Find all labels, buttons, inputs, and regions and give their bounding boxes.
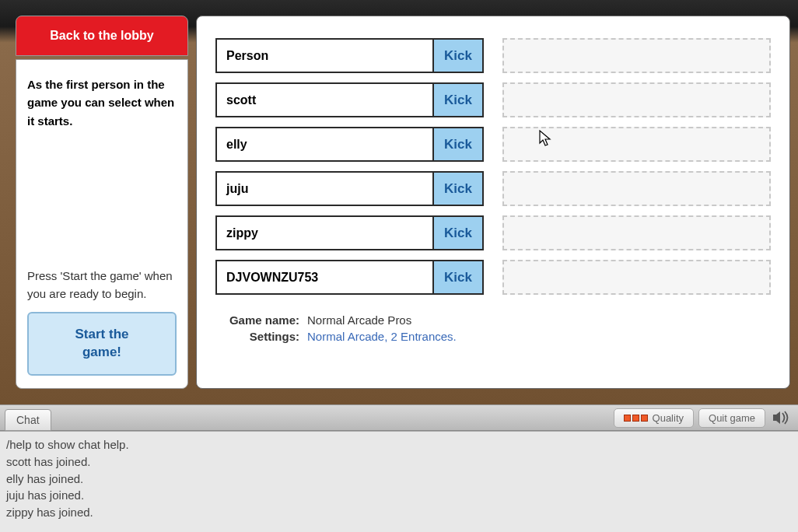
empty-slot: [502, 38, 771, 73]
chat-line: /help to show chat help.: [6, 436, 792, 453]
quality-button[interactable]: Quality: [614, 408, 694, 428]
empty-slot: [502, 260, 771, 295]
empty-slot: [502, 127, 771, 162]
start-game-button[interactable]: Start thegame!: [27, 312, 177, 376]
player-row: ellyKick: [215, 127, 484, 162]
info-panel: As the first person in the game you can …: [16, 59, 188, 389]
chat-tab[interactable]: Chat: [5, 409, 51, 431]
player-row: scottKick: [215, 82, 484, 117]
quality-squares-icon: [624, 415, 648, 422]
empty-slot: [502, 171, 771, 206]
player-name: zippy: [215, 215, 432, 250]
quit-game-button[interactable]: Quit game: [698, 408, 765, 428]
back-to-lobby-button[interactable]: Back to the lobby: [16, 16, 188, 56]
chat-line: scott has joined.: [6, 453, 792, 471]
chat-line: juju has joined.: [6, 487, 792, 504]
chat-line: elly has joined.: [6, 471, 792, 488]
player-row: PersonKick: [215, 38, 484, 73]
main-panel: PersonKickscottKickellyKickjujuKickzippy…: [196, 16, 790, 389]
player-row: zippyKick: [215, 215, 484, 250]
settings-value-link[interactable]: Normal Arcade, 2 Entrances.: [307, 330, 457, 343]
player-name: DJVOWNZU753: [215, 260, 432, 295]
player-row: jujuKick: [215, 171, 484, 206]
game-name-value: Normal Arcade Pros: [307, 313, 411, 327]
info-bottom-text: Press 'Start the game' when you are read…: [27, 267, 177, 376]
player-name: scott: [215, 82, 432, 117]
player-name: Person: [215, 38, 432, 73]
player-name: juju: [215, 171, 432, 206]
kick-button[interactable]: Kick: [432, 171, 484, 206]
chat-line: zippy has joined.: [6, 504, 792, 521]
player-name: elly: [215, 127, 432, 162]
info-top-text: As the first person in the game you can …: [27, 75, 177, 130]
kick-button[interactable]: Kick: [432, 260, 484, 295]
start-game-label: Start thegame!: [75, 327, 129, 359]
kick-button[interactable]: Kick: [432, 127, 484, 162]
game-name-label: Game name:: [222, 313, 307, 327]
chat-log: /help to show chat help.scott has joined…: [0, 431, 798, 532]
game-info: Game name: Normal Arcade Pros Settings: …: [222, 313, 771, 343]
bottom-bar: Chat Quality Quit game: [0, 404, 798, 431]
player-row: DJVOWNZU753Kick: [215, 260, 484, 295]
empty-slot: [502, 215, 771, 250]
kick-button[interactable]: Kick: [432, 82, 484, 117]
kick-button[interactable]: Kick: [432, 215, 484, 250]
empty-slot: [502, 82, 771, 117]
empty-slots: [502, 38, 771, 295]
player-list: PersonKickscottKickellyKickjujuKickzippy…: [215, 38, 484, 295]
quality-label: Quality: [653, 412, 684, 424]
settings-label: Settings:: [222, 330, 307, 343]
kick-button[interactable]: Kick: [432, 38, 484, 73]
sound-icon[interactable]: [770, 408, 793, 427]
